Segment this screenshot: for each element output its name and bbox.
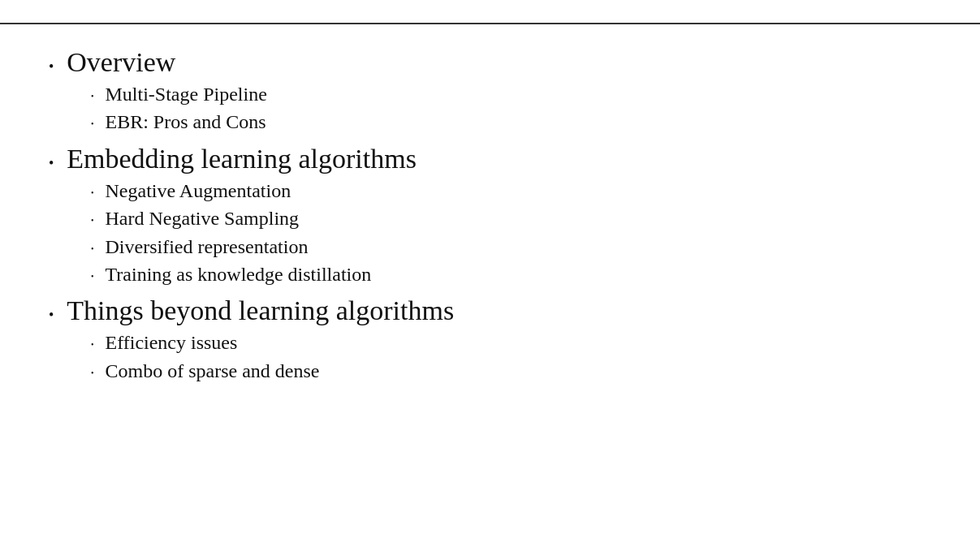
- sub-item-label-hard-negative-sampling: Hard Negative Sampling: [106, 205, 300, 231]
- sub-bullet-icon-multi-stage-pipeline: •: [91, 93, 94, 101]
- outline-item-label-things-beyond: •Things beyond learning algorithms: [49, 295, 931, 326]
- outline-label-text-embedding-learning: Embedding learning algorithms: [67, 144, 417, 174]
- sub-item-negative-augmentation: •Negative Augmentation: [91, 178, 931, 204]
- bullet-icon-things-beyond: •: [49, 308, 54, 322]
- sub-items-embedding-learning: •Negative Augmentation•Hard Negative Sam…: [91, 178, 931, 288]
- bullet-icon-embedding-learning: •: [49, 156, 54, 170]
- outline-label-text-overview: Overview: [67, 47, 175, 78]
- sub-item-label-negative-augmentation: Negative Augmentation: [106, 178, 291, 204]
- sub-bullet-icon-training-knowledge-distillation: •: [91, 273, 94, 281]
- sub-item-multi-stage-pipeline: •Multi-Stage Pipeline: [91, 81, 931, 107]
- slide-content: •Overview•Multi-Stage Pipeline•EBR: Pros…: [0, 24, 980, 551]
- outline-item-label-embedding-learning: •Embedding learning algorithms: [49, 144, 931, 174]
- sub-item-label-multi-stage-pipeline: Multi-Stage Pipeline: [106, 81, 267, 107]
- sub-item-hard-negative-sampling: •Hard Negative Sampling: [91, 205, 931, 231]
- sub-items-things-beyond: •Efficiency issues•Combo of sparse and d…: [91, 329, 931, 384]
- sub-item-efficiency-issues: •Efficiency issues: [91, 329, 931, 355]
- outline-item-embedding-learning: •Embedding learning algorithms•Negative …: [49, 144, 931, 288]
- sub-item-ebr-pros-cons: •EBR: Pros and Cons: [91, 109, 931, 135]
- sub-bullet-icon-diversified-representation: •: [91, 245, 94, 253]
- sub-bullet-icon-combo-sparse-dense: •: [91, 369, 94, 377]
- sub-item-label-diversified-representation: Diversified representation: [106, 234, 309, 260]
- outline-item-things-beyond: •Things beyond learning algorithms•Effic…: [49, 295, 931, 384]
- sub-items-overview: •Multi-Stage Pipeline•EBR: Pros and Cons: [91, 81, 931, 136]
- sub-bullet-icon-efficiency-issues: •: [91, 341, 94, 349]
- sub-item-label-ebr-pros-cons: EBR: Pros and Cons: [106, 109, 266, 135]
- slide-header: [0, 0, 980, 24]
- sub-item-training-knowledge-distillation: •Training as knowledge distillation: [91, 261, 931, 287]
- sub-item-combo-sparse-dense: •Combo of sparse and dense: [91, 358, 931, 384]
- sub-bullet-icon-hard-negative-sampling: •: [91, 217, 94, 225]
- outline-item-overview: •Overview•Multi-Stage Pipeline•EBR: Pros…: [49, 47, 931, 136]
- outline-label-text-things-beyond: Things beyond learning algorithms: [67, 295, 454, 326]
- sub-item-diversified-representation: •Diversified representation: [91, 234, 931, 260]
- bullet-icon-overview: •: [49, 59, 54, 74]
- sub-item-label-efficiency-issues: Efficiency issues: [106, 329, 238, 355]
- outline-item-label-overview: •Overview: [49, 47, 931, 78]
- sub-item-label-training-knowledge-distillation: Training as knowledge distillation: [106, 261, 372, 287]
- sub-bullet-icon-ebr-pros-cons: •: [91, 120, 94, 128]
- sub-bullet-icon-negative-augmentation: •: [91, 189, 94, 197]
- slide-container: •Overview•Multi-Stage Pipeline•EBR: Pros…: [0, 0, 980, 551]
- sub-item-label-combo-sparse-dense: Combo of sparse and dense: [106, 358, 320, 384]
